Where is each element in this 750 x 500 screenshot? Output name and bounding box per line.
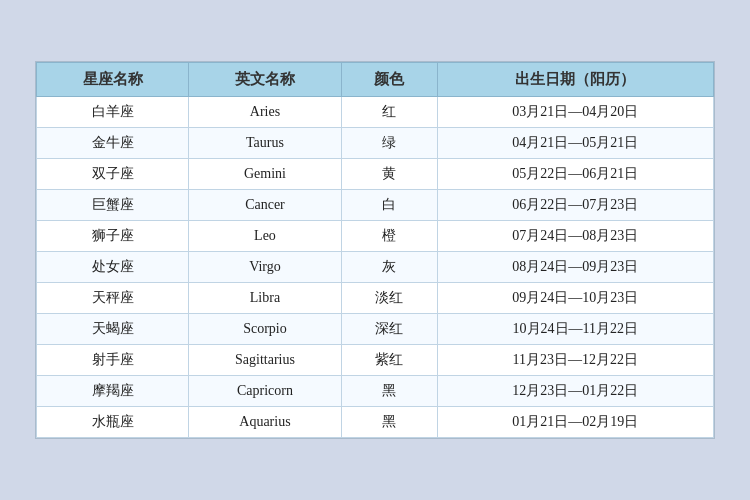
- table-row: 天秤座Libra淡红09月24日—10月23日: [37, 283, 714, 314]
- cell-row6-col0: 天秤座: [37, 283, 189, 314]
- cell-row9-col2: 黑: [341, 376, 437, 407]
- cell-row7-col1: Scorpio: [189, 314, 341, 345]
- cell-row9-col0: 摩羯座: [37, 376, 189, 407]
- cell-row0-col0: 白羊座: [37, 97, 189, 128]
- cell-row10-col1: Aquarius: [189, 407, 341, 438]
- cell-row6-col1: Libra: [189, 283, 341, 314]
- cell-row3-col2: 白: [341, 190, 437, 221]
- table-row: 金牛座Taurus绿04月21日—05月21日: [37, 128, 714, 159]
- cell-row6-col2: 淡红: [341, 283, 437, 314]
- cell-row8-col1: Sagittarius: [189, 345, 341, 376]
- table-row: 白羊座Aries红03月21日—04月20日: [37, 97, 714, 128]
- table-row: 水瓶座Aquarius黑01月21日—02月19日: [37, 407, 714, 438]
- cell-row6-col3: 09月24日—10月23日: [437, 283, 713, 314]
- cell-row4-col1: Leo: [189, 221, 341, 252]
- cell-row0-col1: Aries: [189, 97, 341, 128]
- cell-row4-col0: 狮子座: [37, 221, 189, 252]
- cell-row10-col0: 水瓶座: [37, 407, 189, 438]
- cell-row5-col2: 灰: [341, 252, 437, 283]
- cell-row4-col3: 07月24日—08月23日: [437, 221, 713, 252]
- table-row: 天蝎座Scorpio深红10月24日—11月22日: [37, 314, 714, 345]
- header-chinese-name: 星座名称: [37, 63, 189, 97]
- cell-row2-col2: 黄: [341, 159, 437, 190]
- cell-row8-col0: 射手座: [37, 345, 189, 376]
- table-row: 狮子座Leo橙07月24日—08月23日: [37, 221, 714, 252]
- table-row: 双子座Gemini黄05月22日—06月21日: [37, 159, 714, 190]
- cell-row5-col1: Virgo: [189, 252, 341, 283]
- cell-row5-col3: 08月24日—09月23日: [437, 252, 713, 283]
- cell-row8-col3: 11月23日—12月22日: [437, 345, 713, 376]
- table-header-row: 星座名称 英文名称 颜色 出生日期（阳历）: [37, 63, 714, 97]
- cell-row9-col3: 12月23日—01月22日: [437, 376, 713, 407]
- table-row: 巨蟹座Cancer白06月22日—07月23日: [37, 190, 714, 221]
- cell-row10-col3: 01月21日—02月19日: [437, 407, 713, 438]
- cell-row1-col2: 绿: [341, 128, 437, 159]
- cell-row3-col1: Cancer: [189, 190, 341, 221]
- cell-row3-col0: 巨蟹座: [37, 190, 189, 221]
- cell-row1-col0: 金牛座: [37, 128, 189, 159]
- cell-row3-col3: 06月22日—07月23日: [437, 190, 713, 221]
- header-english-name: 英文名称: [189, 63, 341, 97]
- cell-row5-col0: 处女座: [37, 252, 189, 283]
- cell-row2-col3: 05月22日—06月21日: [437, 159, 713, 190]
- cell-row1-col3: 04月21日—05月21日: [437, 128, 713, 159]
- cell-row7-col2: 深红: [341, 314, 437, 345]
- table-row: 摩羯座Capricorn黑12月23日—01月22日: [37, 376, 714, 407]
- cell-row7-col0: 天蝎座: [37, 314, 189, 345]
- table-row: 处女座Virgo灰08月24日—09月23日: [37, 252, 714, 283]
- cell-row8-col2: 紫红: [341, 345, 437, 376]
- cell-row9-col1: Capricorn: [189, 376, 341, 407]
- cell-row1-col1: Taurus: [189, 128, 341, 159]
- zodiac-table: 星座名称 英文名称 颜色 出生日期（阳历） 白羊座Aries红03月21日—04…: [35, 61, 715, 439]
- header-color: 颜色: [341, 63, 437, 97]
- cell-row7-col3: 10月24日—11月22日: [437, 314, 713, 345]
- cell-row0-col2: 红: [341, 97, 437, 128]
- cell-row2-col0: 双子座: [37, 159, 189, 190]
- cell-row0-col3: 03月21日—04月20日: [437, 97, 713, 128]
- cell-row2-col1: Gemini: [189, 159, 341, 190]
- header-dates: 出生日期（阳历）: [437, 63, 713, 97]
- cell-row4-col2: 橙: [341, 221, 437, 252]
- cell-row10-col2: 黑: [341, 407, 437, 438]
- table-row: 射手座Sagittarius紫红11月23日—12月22日: [37, 345, 714, 376]
